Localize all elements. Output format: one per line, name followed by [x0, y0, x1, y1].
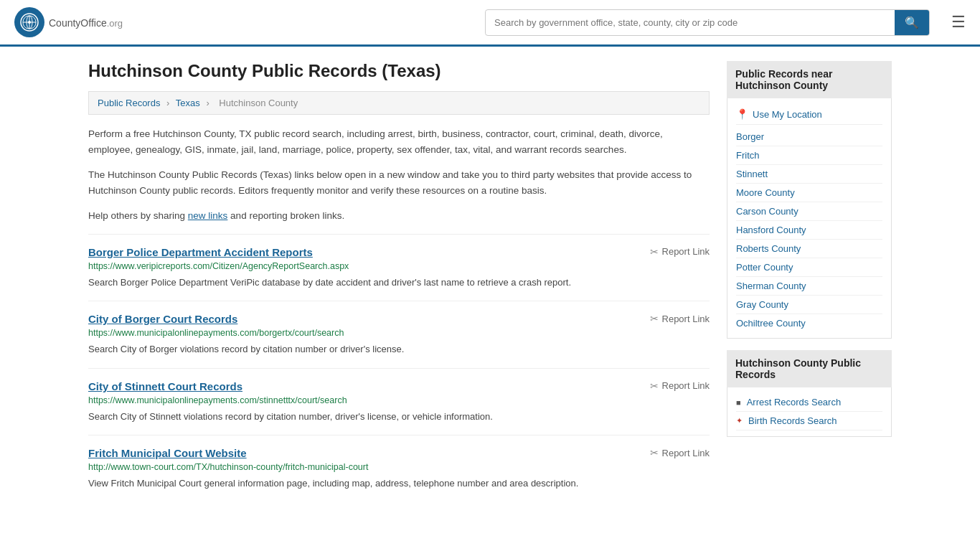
result-title-3[interactable]: Fritch Municipal Court Website	[88, 447, 247, 459]
nearby-section: Public Records near Hutchinson County 📍 …	[727, 61, 892, 339]
nearby-link-6[interactable]: Roberts County	[736, 240, 882, 258]
result-url-0[interactable]: https://www.veripicreports.com/Citizen/A…	[88, 261, 710, 271]
nearby-link-1[interactable]: Fritch	[736, 146, 882, 165]
search-input[interactable]	[486, 11, 895, 34]
search-bar: 🔍	[485, 9, 930, 36]
result-desc-3: View Fritch Municipal Court general info…	[88, 476, 710, 491]
record-icon-0: ■	[736, 398, 741, 407]
result-title-1[interactable]: City of Borger Court Records	[88, 313, 237, 325]
result-url-1[interactable]: https://www.municipalonlinepayments.com/…	[88, 328, 710, 338]
new-links-link[interactable]: new links	[188, 210, 228, 221]
nearby-link-0[interactable]: Borger	[736, 128, 882, 146]
result-url-3[interactable]: http://www.town-court.com/TX/hutchinson-…	[88, 462, 710, 472]
svg-point-4	[28, 21, 31, 24]
result-url-2[interactable]: https://www.municipalonlinepayments.com/…	[88, 395, 710, 405]
record-label-0: Arrest Records Search	[747, 397, 842, 408]
breadcrumb-texas[interactable]: Texas	[176, 98, 200, 108]
records-header: Hutchinson County Public Records	[727, 350, 892, 387]
report-link-btn-0[interactable]: ✂ Report Link	[650, 246, 710, 258]
report-icon-1: ✂	[650, 313, 659, 324]
result-item-1: City of Borger Court Records ✂ Report Li…	[88, 301, 710, 368]
breadcrumb: Public Records › Texas › Hutchinson Coun…	[88, 91, 710, 115]
use-my-location-link[interactable]: Use My Location	[753, 109, 822, 120]
use-my-location[interactable]: 📍 Use My Location	[736, 104, 882, 125]
record-link-0[interactable]: ■Arrest Records Search	[736, 393, 882, 412]
record-links: ■Arrest Records Search✦Birth Records Sea…	[736, 393, 882, 430]
nearby-link-3[interactable]: Moore County	[736, 184, 882, 202]
nearby-link-4[interactable]: Carson County	[736, 202, 882, 221]
description-2: The Hutchinson County Public Records (Te…	[88, 167, 710, 198]
results-list: Borger Police Department Accident Report…	[88, 234, 710, 502]
breadcrumb-current: Hutchinson County	[219, 98, 298, 108]
result-title-2[interactable]: City of Stinnett Court Records	[88, 380, 242, 392]
report-icon-3: ✂	[650, 447, 659, 458]
report-link-label-1: Report Link	[662, 314, 710, 324]
logo-text: CountyOffice.org	[49, 15, 123, 30]
location-pin-icon: 📍	[736, 108, 748, 120]
nearby-link-9[interactable]: Gray County	[736, 296, 882, 314]
record-icon-1: ✦	[736, 416, 743, 425]
result-item-0: Borger Police Department Accident Report…	[88, 234, 710, 301]
report-link-btn-3[interactable]: ✂ Report Link	[650, 447, 710, 458]
report-link-btn-2[interactable]: ✂ Report Link	[650, 380, 710, 392]
nearby-links: BorgerFritchStinnettMoore CountyCarson C…	[736, 128, 882, 332]
logo-icon	[14, 7, 44, 37]
result-item-2: City of Stinnett Court Records ✂ Report …	[88, 368, 710, 435]
page-title: Hutchinson County Public Records (Texas)	[88, 61, 710, 81]
record-link-1[interactable]: ✦Birth Records Search	[736, 412, 882, 430]
nearby-link-5[interactable]: Hansford County	[736, 221, 882, 240]
result-title-0[interactable]: Borger Police Department Accident Report…	[88, 246, 313, 258]
nearby-link-10[interactable]: Ochiltree County	[736, 314, 882, 332]
report-icon-0: ✂	[650, 246, 659, 258]
nearby-link-7[interactable]: Potter County	[736, 258, 882, 277]
search-button[interactable]: 🔍	[895, 10, 929, 35]
description-1: Perform a free Hutchinson County, TX pub…	[88, 126, 710, 157]
sidebar: Public Records near Hutchinson County 📍 …	[727, 61, 892, 502]
nearby-link-8[interactable]: Sherman County	[736, 277, 882, 296]
result-desc-1: Search City of Borger violations record …	[88, 342, 710, 357]
report-link-btn-1[interactable]: ✂ Report Link	[650, 313, 710, 324]
nearby-link-2[interactable]: Stinnett	[736, 165, 882, 184]
report-link-label-2: Report Link	[662, 380, 710, 391]
hamburger-menu-icon[interactable]: ☰	[951, 13, 966, 32]
report-link-label-0: Report Link	[662, 246, 710, 257]
records-section: Hutchinson County Public Records ■Arrest…	[727, 350, 892, 437]
logo[interactable]: CountyOffice.org	[14, 7, 123, 37]
report-link-label-3: Report Link	[662, 448, 710, 458]
result-item-3: Fritch Municipal Court Website ✂ Report …	[88, 435, 710, 502]
report-icon-2: ✂	[650, 380, 659, 392]
description-3: Help others by sharing new links and rep…	[88, 208, 710, 224]
records-body: ■Arrest Records Search✦Birth Records Sea…	[727, 387, 892, 437]
nearby-header: Public Records near Hutchinson County	[727, 61, 892, 98]
main-content: Hutchinson County Public Records (Texas)…	[88, 61, 710, 502]
record-label-1: Birth Records Search	[748, 415, 837, 426]
result-desc-0: Search Borger Police Department VeriPic …	[88, 276, 710, 290]
result-desc-2: Search City of Stinnett violations recor…	[88, 410, 710, 424]
nearby-body: 📍 Use My Location BorgerFritchStinnettMo…	[727, 98, 892, 339]
breadcrumb-public-records[interactable]: Public Records	[98, 98, 160, 108]
